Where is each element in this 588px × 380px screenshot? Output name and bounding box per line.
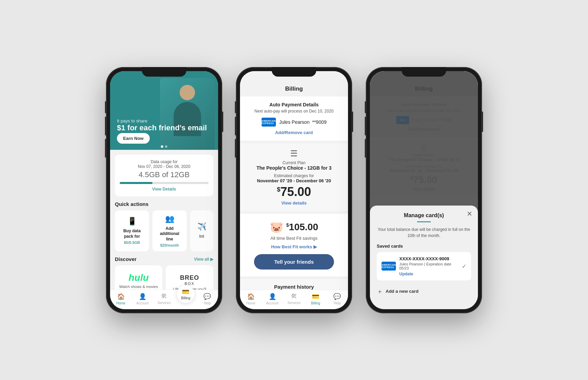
services-icon: 🛠 (161, 293, 167, 300)
nav-home-label: Home (116, 301, 125, 305)
modal-close-button[interactable]: ✕ (467, 210, 472, 218)
how-best-fit-link[interactable]: How Best Fit works ▶ (247, 244, 341, 249)
dot-2 (165, 145, 168, 148)
saved-cards-label: Saved cards (377, 244, 471, 249)
qa-data-pack-sub: $5/0.5GB (124, 240, 140, 245)
nav-home[interactable]: 🏠 Home (111, 293, 130, 305)
billing-circle: 💳 Billing (177, 285, 195, 303)
payment-history-header: Payment history (240, 279, 348, 290)
phone-billing: Billing Auto Payment Details Next auto-p… (236, 67, 352, 313)
nav-account[interactable]: 👤 Account (133, 293, 152, 305)
manage-cards-modal: ✕ Manage card(s) Your total balance due … (370, 206, 478, 309)
notch (272, 67, 316, 77)
est-charges-label: Estimated charges for (247, 173, 341, 178)
qa-add-line[interactable]: 👥 Add additional line $20/month (152, 210, 187, 252)
add-card-text: Add a new card (386, 289, 418, 294)
discover-view-all[interactable]: View all ▶ (194, 257, 213, 262)
data-usage-label: Data usage for (120, 159, 209, 164)
nav-billing[interactable]: 💳 Billing (306, 293, 325, 305)
card-row: AMERICANEXPRESS Jules Pearson **9009 (247, 118, 341, 127)
billing-icon: 💳 (312, 293, 319, 300)
quick-actions-header: Quick actions (115, 201, 213, 207)
data-pack-icon: 📱 (128, 217, 137, 226)
currency-symbol: $ (277, 186, 280, 193)
add-new-card-row[interactable]: ＋ Add a new card (377, 284, 471, 299)
home-icon: 🏠 (247, 293, 255, 300)
add-remove-card-link[interactable]: Add/Remove card (247, 130, 341, 135)
view-details-link[interactable]: View Details (120, 187, 209, 192)
breo-box: BOX (185, 281, 195, 286)
piggy-icon: 🐷 (270, 221, 283, 234)
nav-help-label: Help (204, 301, 211, 305)
plan-section: ☰ Current Plan The People's Choice - 12G… (240, 143, 348, 211)
card-info: XXXX-XXXX-XXXX-9009 Jules Pearson | Expi… (399, 256, 458, 276)
update-card-link[interactable]: Update (399, 272, 458, 276)
volume-down-button (105, 139, 106, 158)
notch (402, 67, 446, 77)
savings-label: All time Best Fit savings (247, 236, 341, 241)
est-dates: November 07 '20 - December 06 '20 (247, 178, 341, 183)
data-progress-fill (120, 182, 152, 184)
qa-add-line-sub: $20/month (160, 243, 179, 247)
data-of: of (162, 170, 168, 179)
nav-services[interactable]: 🛠 Services (155, 293, 173, 305)
power-button (352, 112, 353, 132)
volume-down-button (235, 139, 236, 158)
amex-badge-modal: AMERICANEXPRESS (382, 262, 396, 271)
bottom-nav: 🏠 Home 👤 Account 🛠 Services 💳 Billing 💬 … (240, 290, 348, 309)
billing-modal-screen: Billing Auto Payment Details Next auto-p… (370, 71, 478, 309)
auto-payment-subtitle: Next auto-pay will process on Dec 10, 20… (247, 109, 341, 114)
auto-payment-title: Auto Payment Details (247, 102, 341, 107)
modal-bar (417, 221, 431, 222)
qa-data-pack[interactable]: 📱 Buy data pack for $5/0.5GB (115, 210, 149, 252)
volume-up-button (105, 117, 106, 135)
mute-button (105, 101, 106, 113)
nav-help[interactable]: 💬 Help (328, 293, 347, 305)
volume-down-button (365, 139, 366, 158)
dot-1 (161, 145, 163, 148)
billing-title: Billing (247, 86, 341, 92)
hulu-card[interactable]: hulu Watch shows & movies anytime, anyw (115, 265, 162, 289)
amex-badge: AMERICANEXPRESS (262, 118, 276, 127)
discover-title: Discover (115, 256, 136, 262)
nav-account[interactable]: 👤 Account (263, 293, 282, 305)
savings-amount: $105.00 (286, 222, 318, 233)
phone-billing-modal: Billing Auto Payment Details Next auto-p… (366, 67, 482, 313)
data-used: 4.5GB (138, 170, 160, 179)
billing-body: Auto Payment Details Next auto-pay will … (240, 96, 348, 290)
earn-now-button[interactable]: Earn Now (117, 133, 150, 144)
qa-int-title: Int (199, 234, 204, 239)
tell-friends-button[interactable]: Tell your friends (254, 254, 334, 270)
add-line-icon: 👥 (165, 214, 174, 223)
nav-home-label: Home (246, 301, 255, 305)
discover-header: Discover View all ▶ (115, 256, 213, 262)
services-icon: 🛠 (291, 293, 297, 300)
qa-int[interactable]: ✈️ Int (190, 210, 213, 252)
mute-button (365, 101, 366, 113)
plan-view-details[interactable]: View details (247, 200, 341, 206)
nav-home[interactable]: 🏠 Home (241, 293, 260, 305)
plan-label: Current Plan (247, 160, 341, 165)
quick-actions-title: Quick actions (115, 201, 148, 207)
home-body: Data usage for Nov 07, 2020 - Dec 06, 20… (110, 150, 218, 290)
notch (142, 67, 186, 77)
hero-text: It pays to share $1 for each friend's em… (117, 118, 207, 132)
nav-billing[interactable]: 💳 Billing (176, 295, 195, 303)
quick-actions-list: 📱 Buy data pack for $5/0.5GB 👥 Add addit… (115, 210, 213, 252)
data-usage-card: Data usage for Nov 07, 2020 - Dec 06, 20… (115, 155, 213, 196)
home-icon: 🏠 (117, 293, 125, 300)
nav-help-label: Help (334, 301, 341, 305)
modal-desc: Your total balance due will be charged i… (377, 226, 471, 239)
card-holder-info: Jules Pearson | Expiration date 05/23 (399, 262, 458, 270)
help-icon: 💬 (203, 293, 211, 300)
plan-name: The People's Choice - 12GB for 3 (247, 165, 341, 171)
nav-help[interactable]: 💬 Help (198, 293, 217, 305)
nav-services[interactable]: 🛠 Services (284, 293, 303, 305)
nav-services-label: Services (288, 301, 300, 305)
savings-currency: $ (286, 222, 289, 227)
nav-billing-label: Billing (181, 296, 190, 300)
qa-add-line-title: Add additional line (156, 226, 183, 242)
volume-up-button (235, 117, 236, 135)
billing-icon: 💳 (182, 288, 189, 296)
plan-icon: ☰ (247, 149, 341, 158)
